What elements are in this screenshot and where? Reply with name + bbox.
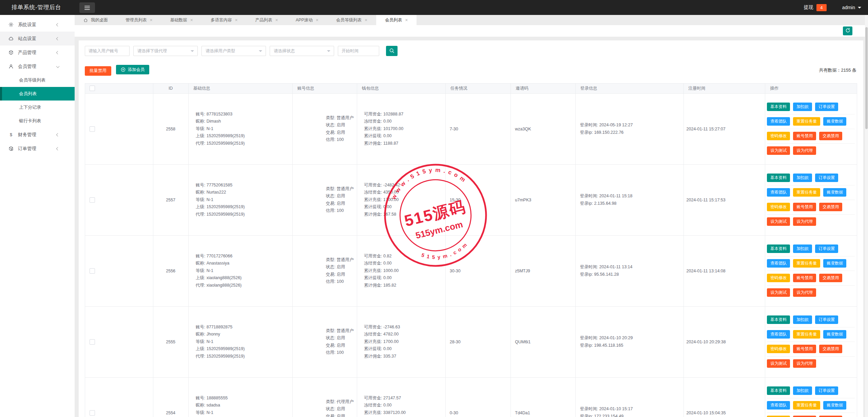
close-icon[interactable]: ×	[365, 18, 367, 22]
order-settings-button[interactable]: 订单设置	[815, 315, 838, 324]
vertical-scrollbar[interactable]	[865, 15, 868, 417]
order-settings-button[interactable]: 订单设置	[815, 174, 838, 182]
tab-member-level-list[interactable]: 会员等级列表×	[327, 15, 376, 25]
sidebar-item-product-mgmt[interactable]: 产品管理	[0, 46, 75, 59]
tab-my-desktop[interactable]: 我的桌面	[75, 15, 117, 25]
disable-trade-button[interactable]: 交易禁用	[819, 203, 842, 211]
scrollbar-thumb[interactable]	[865, 27, 868, 129]
row-checkbox[interactable]	[90, 268, 95, 274]
agent-select[interactable]: 请选择下级代理	[133, 46, 198, 56]
account-changes-button[interactable]: 账变数据	[823, 401, 846, 410]
view-team-button[interactable]: 查看团队	[767, 188, 790, 197]
set-agent-button[interactable]: 设为代理	[793, 288, 816, 297]
tab-product-list[interactable]: 产品列表×	[247, 15, 287, 25]
disable-account-button[interactable]: 账号禁用	[793, 274, 816, 282]
select-all-checkbox[interactable]	[90, 86, 95, 91]
basic-info-button[interactable]: 基本资料	[767, 103, 790, 111]
row-checkbox[interactable]	[90, 410, 95, 416]
set-test-button[interactable]: 设为测试	[767, 288, 790, 297]
sidebar-item-member-mgmt[interactable]: 会员管理	[0, 59, 75, 73]
reset-task-button[interactable]: 重置任务量	[793, 401, 820, 410]
set-test-button[interactable]: 设为测试	[767, 359, 790, 368]
add-member-button[interactable]: 添加会员	[116, 65, 149, 74]
account-changes-button[interactable]: 账变数据	[823, 117, 846, 126]
refresh-button[interactable]	[843, 26, 852, 35]
basic-info-button[interactable]: 基本资料	[767, 244, 790, 253]
basic-info-button[interactable]: 基本资料	[767, 315, 790, 324]
disable-trade-button[interactable]: 交易禁用	[819, 416, 842, 417]
add-deduct-button[interactable]: 加扣款	[793, 386, 812, 395]
set-test-button[interactable]: 设为测试	[767, 217, 790, 226]
tab-multilang-content[interactable]: 多语言内容×	[202, 15, 247, 25]
chevron-down-icon	[56, 65, 60, 68]
close-icon[interactable]: ×	[405, 18, 408, 22]
sidebar-item-member-list[interactable]: 会员列表	[0, 87, 75, 101]
tab-member-list[interactable]: 会员列表×	[376, 15, 417, 25]
col-header-invite: 邀请码	[511, 83, 576, 93]
tab-admin-list[interactable]: 管理员列表×	[117, 15, 161, 25]
set-agent-button[interactable]: 设为代理	[793, 217, 816, 226]
add-deduct-button[interactable]: 加扣款	[793, 244, 812, 253]
search-button[interactable]	[386, 46, 398, 56]
disable-trade-button[interactable]: 交易禁用	[819, 132, 842, 140]
disable-account-button[interactable]: 账号禁用	[793, 132, 816, 140]
row-checkbox[interactable]	[90, 339, 95, 345]
change-password-button[interactable]: 密码修改	[767, 203, 790, 211]
reset-task-button[interactable]: 重置任务量	[793, 188, 820, 197]
account-search-input[interactable]	[85, 46, 130, 56]
reset-task-button[interactable]: 重置任务量	[793, 117, 820, 126]
add-deduct-button[interactable]: 加扣款	[793, 315, 812, 324]
tab-app-scroll[interactable]: APP滚动×	[287, 15, 327, 25]
change-password-button[interactable]: 密码修改	[767, 345, 790, 353]
status-select[interactable]: 请选择状态	[270, 46, 334, 56]
row-checkbox[interactable]	[90, 126, 95, 132]
sidebar-item-bankcard-list[interactable]: 银行卡列表	[0, 114, 75, 128]
change-password-button[interactable]: 密码修改	[767, 132, 790, 140]
close-icon[interactable]: ×	[235, 18, 237, 22]
menu-toggle-button[interactable]	[79, 2, 95, 13]
user-menu[interactable]: admin	[842, 5, 861, 10]
add-deduct-button[interactable]: 加扣款	[793, 103, 812, 111]
order-settings-button[interactable]: 订单设置	[815, 103, 838, 111]
set-agent-button[interactable]: 设为代理	[793, 359, 816, 368]
basic-info-button[interactable]: 基本资料	[767, 386, 790, 395]
close-icon[interactable]: ×	[316, 18, 319, 22]
row-checkbox[interactable]	[90, 197, 95, 203]
user-type-select[interactable]: 请选择用户类型	[201, 46, 266, 56]
account-changes-button[interactable]: 账变数据	[823, 188, 846, 197]
view-team-button[interactable]: 查看团队	[767, 259, 790, 268]
close-icon[interactable]: ×	[150, 18, 153, 22]
close-icon[interactable]: ×	[190, 18, 193, 22]
disable-trade-button[interactable]: 交易禁用	[819, 345, 842, 353]
tab-basic-data[interactable]: 基础数据×	[161, 15, 202, 25]
disable-account-button[interactable]: 账号禁用	[793, 203, 816, 211]
sidebar-item-updown-records[interactable]: 上下分记录	[0, 101, 75, 114]
disable-trade-button[interactable]: 交易禁用	[819, 274, 842, 282]
close-icon[interactable]: ×	[275, 18, 278, 22]
sidebar-item-order-mgmt[interactable]: 订单管理	[0, 142, 75, 156]
view-team-button[interactable]: 查看团队	[767, 117, 790, 126]
set-agent-button[interactable]: 设为代理	[793, 146, 816, 155]
order-settings-button[interactable]: 订单设置	[815, 386, 838, 395]
batch-disable-button[interactable]: 批量禁用	[85, 66, 111, 76]
sidebar-item-system-settings[interactable]: 系统设置	[0, 18, 75, 32]
view-team-button[interactable]: 查看团队	[767, 330, 790, 339]
withdraw-link[interactable]: 提现 4	[804, 4, 827, 11]
order-settings-button[interactable]: 订单设置	[815, 244, 838, 253]
start-date-input[interactable]	[338, 46, 379, 56]
reset-task-button[interactable]: 重置任务量	[793, 330, 820, 339]
disable-account-button[interactable]: 账号禁用	[793, 345, 816, 353]
sidebar-item-finance-mgmt[interactable]: $财务管理	[0, 128, 75, 142]
account-changes-button[interactable]: 账变数据	[823, 259, 846, 268]
view-team-button[interactable]: 查看团队	[767, 401, 790, 410]
change-password-button[interactable]: 密码修改	[767, 274, 790, 282]
set-test-button[interactable]: 设为测试	[767, 146, 790, 155]
reset-task-button[interactable]: 重置任务量	[793, 259, 820, 268]
sidebar-item-site-settings[interactable]: 站点设置	[0, 32, 75, 46]
basic-info-button[interactable]: 基本资料	[767, 174, 790, 182]
change-password-button[interactable]: 密码修改	[767, 416, 790, 417]
disable-account-button[interactable]: 账号禁用	[793, 416, 816, 417]
account-changes-button[interactable]: 账变数据	[823, 330, 846, 339]
add-deduct-button[interactable]: 加扣款	[793, 174, 812, 182]
sidebar-item-member-level-list[interactable]: 会员等级列表	[0, 73, 75, 87]
